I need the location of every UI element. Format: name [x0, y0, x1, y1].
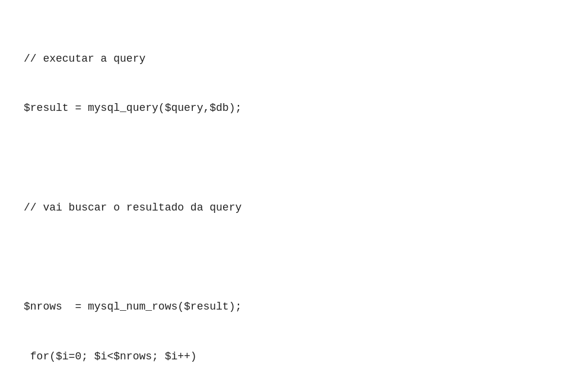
code-line-6: $nrows = mysql_num_rows($result); — [24, 299, 545, 315]
main-content: // executar a query $result = mysql_quer… — [0, 0, 569, 392]
code-block: // executar a query $result = mysql_quer… — [24, 18, 545, 392]
code-line-1: // executar a query — [24, 51, 545, 68]
code-line-4: // vai buscar o resultado da query — [24, 200, 545, 216]
code-line-3 — [24, 150, 545, 167]
code-line-2: $result = mysql_query($query,$db); — [24, 100, 545, 117]
code-line-7: for($i=0; $i<$nrows; $i++) — [24, 349, 545, 365]
code-line-5 — [24, 249, 545, 266]
